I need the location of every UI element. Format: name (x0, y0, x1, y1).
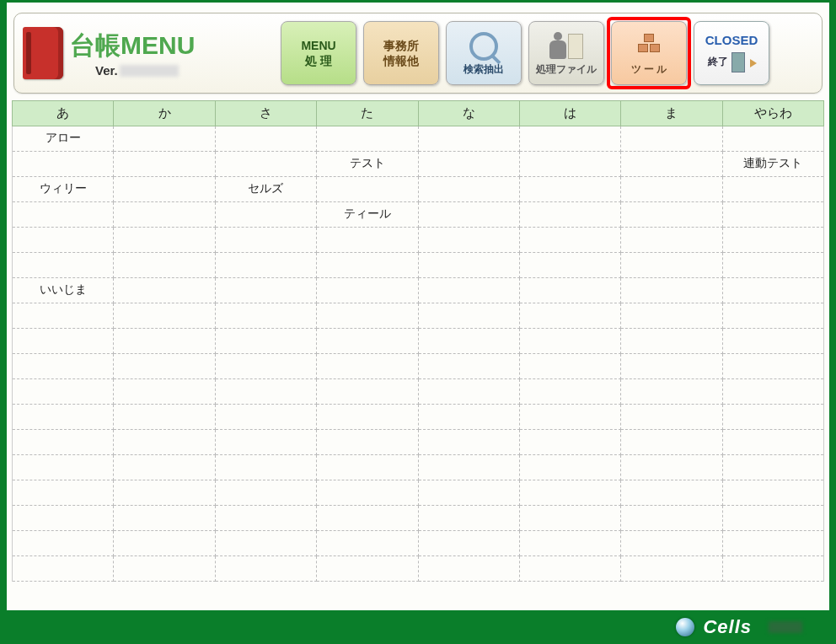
table-cell[interactable] (621, 556, 722, 582)
table-cell[interactable]: ウィリー (13, 177, 114, 202)
table-cell[interactable]: ティール (317, 202, 418, 228)
table-cell[interactable] (317, 455, 418, 480)
table-cell[interactable]: いいじま (13, 278, 114, 303)
table-cell[interactable] (216, 480, 317, 506)
table-cell[interactable] (723, 202, 823, 228)
table-cell[interactable] (621, 430, 722, 455)
process-file-button[interactable]: 処理ファイル (528, 21, 604, 85)
table-cell[interactable] (621, 126, 722, 152)
table-cell[interactable] (723, 354, 823, 379)
table-cell[interactable] (520, 177, 621, 202)
tab-ka[interactable]: か (114, 101, 215, 126)
tab-ma[interactable]: ま (621, 101, 722, 126)
table-cell[interactable] (13, 228, 114, 253)
table-cell[interactable] (13, 506, 114, 531)
table-cell[interactable] (520, 228, 621, 253)
table-cell[interactable] (13, 329, 114, 354)
table-cell[interactable] (114, 278, 215, 303)
table-cell[interactable] (13, 455, 114, 480)
table-cell[interactable] (520, 531, 621, 556)
table-cell[interactable] (317, 303, 418, 329)
table-cell[interactable] (317, 556, 418, 582)
menu-processing-button[interactable]: MENU 処 理 (281, 21, 356, 85)
table-cell[interactable] (520, 202, 621, 228)
table-cell[interactable] (419, 354, 520, 379)
table-cell[interactable] (114, 379, 215, 405)
table-cell[interactable]: セルズ (216, 177, 317, 202)
table-cell[interactable] (216, 202, 317, 228)
table-cell[interactable] (114, 202, 215, 228)
table-cell[interactable] (216, 379, 317, 405)
tab-sa[interactable]: さ (216, 101, 317, 126)
table-cell[interactable] (13, 253, 114, 278)
table-cell[interactable] (723, 278, 823, 303)
table-cell[interactable] (317, 506, 418, 531)
table-cell[interactable] (723, 177, 823, 202)
table-cell[interactable] (13, 379, 114, 405)
table-cell[interactable] (621, 278, 722, 303)
table-cell[interactable] (520, 329, 621, 354)
table-cell[interactable] (419, 152, 520, 177)
table-cell[interactable] (520, 556, 621, 582)
table-cell[interactable] (317, 126, 418, 152)
table-cell[interactable] (723, 531, 823, 556)
table-cell[interactable] (520, 278, 621, 303)
table-cell[interactable] (216, 531, 317, 556)
tab-na[interactable]: な (419, 101, 520, 126)
table-cell[interactable] (419, 228, 520, 253)
table-cell[interactable] (723, 303, 823, 329)
table-cell[interactable] (317, 531, 418, 556)
table-cell[interactable] (723, 430, 823, 455)
table-cell[interactable] (114, 303, 215, 329)
table-cell[interactable] (520, 480, 621, 506)
table-cell[interactable] (520, 405, 621, 430)
table-cell[interactable] (621, 152, 722, 177)
table-cell[interactable] (216, 506, 317, 531)
table-cell[interactable] (723, 556, 823, 582)
table-cell[interactable] (520, 303, 621, 329)
table-cell[interactable] (621, 329, 722, 354)
table-cell[interactable] (216, 405, 317, 430)
table-cell[interactable] (114, 506, 215, 531)
table-cell[interactable] (419, 202, 520, 228)
table-cell[interactable] (317, 177, 418, 202)
table-cell[interactable]: 連動テスト (723, 152, 823, 177)
table-cell[interactable] (216, 430, 317, 455)
table-cell[interactable] (723, 228, 823, 253)
table-cell[interactable] (13, 303, 114, 329)
table-cell[interactable] (621, 228, 722, 253)
office-info-button[interactable]: 事務所 情報他 (363, 21, 439, 85)
table-cell[interactable] (114, 455, 215, 480)
table-cell[interactable] (114, 430, 215, 455)
table-cell[interactable] (520, 379, 621, 405)
table-cell[interactable] (13, 480, 114, 506)
table-cell[interactable]: テスト (317, 152, 418, 177)
table-cell[interactable] (520, 152, 621, 177)
table-cell[interactable] (13, 531, 114, 556)
table-cell[interactable] (13, 405, 114, 430)
table-cell[interactable] (419, 126, 520, 152)
table-cell[interactable]: アロー (13, 126, 114, 152)
table-cell[interactable] (723, 329, 823, 354)
table-cell[interactable] (317, 405, 418, 430)
table-cell[interactable] (621, 455, 722, 480)
table-cell[interactable] (419, 531, 520, 556)
table-cell[interactable] (419, 177, 520, 202)
tab-a[interactable]: あ (13, 101, 114, 126)
table-cell[interactable] (317, 329, 418, 354)
table-cell[interactable] (13, 430, 114, 455)
table-cell[interactable] (216, 354, 317, 379)
table-cell[interactable] (216, 303, 317, 329)
table-cell[interactable] (520, 506, 621, 531)
table-cell[interactable] (114, 556, 215, 582)
table-cell[interactable] (13, 202, 114, 228)
table-cell[interactable] (621, 531, 722, 556)
table-cell[interactable] (216, 278, 317, 303)
table-cell[interactable] (621, 177, 722, 202)
table-cell[interactable] (114, 354, 215, 379)
table-cell[interactable] (114, 152, 215, 177)
table-cell[interactable] (216, 253, 317, 278)
table-cell[interactable] (419, 455, 520, 480)
table-cell[interactable] (13, 152, 114, 177)
table-cell[interactable] (114, 253, 215, 278)
